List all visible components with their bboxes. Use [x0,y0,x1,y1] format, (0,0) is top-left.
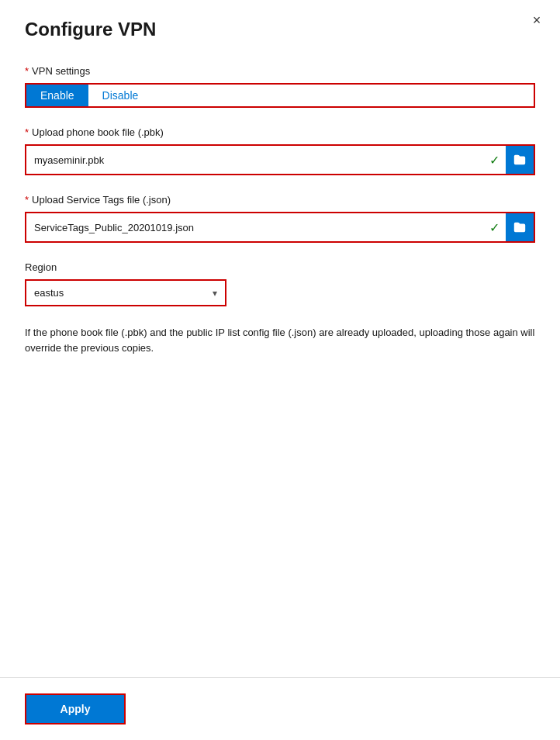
region-group: Region eastus westus eastus2 westus2 cen… [25,261,535,306]
region-select[interactable]: eastus westus eastus2 westus2 centralus … [26,281,225,305]
dialog-footer: Apply [0,677,560,740]
dialog-content: * VPN settings Enable Disable * Upload p… [0,53,560,677]
phone-book-group: * Upload phone book file (.pbk) ✓ [25,126,535,175]
phone-book-required: * [25,126,29,138]
dialog-title: Configure VPN [25,19,535,40]
vpn-settings-label: * VPN settings [25,65,535,77]
service-tags-browse-button[interactable] [506,213,534,241]
disable-button[interactable]: Disable [88,85,153,106]
service-tags-group: * Upload Service Tags file (.json) ✓ [25,194,535,243]
phone-book-check: ✓ [483,153,506,168]
vpn-settings-label-text: VPN settings [32,65,90,77]
enable-button[interactable]: Enable [26,85,88,106]
configure-vpn-dialog: × Configure VPN * VPN settings Enable Di… [0,0,560,740]
phone-book-label: * Upload phone book file (.pbk) [25,126,535,138]
folder-icon [513,153,527,167]
service-tags-input-row: ✓ [25,212,535,243]
service-tags-input[interactable] [26,216,483,240]
phone-book-label-text: Upload phone book file (.pbk) [32,126,164,138]
info-text: If the phone book file (.pbk) and the pu… [25,325,535,355]
vpn-settings-required: * [25,65,29,77]
folder-icon [513,220,527,234]
region-label-text: Region [25,261,57,273]
service-tags-label: * Upload Service Tags file (.json) [25,194,535,206]
vpn-settings-group: * VPN settings Enable Disable [25,65,535,108]
region-select-wrapper: eastus westus eastus2 westus2 centralus … [25,279,226,306]
close-button[interactable]: × [526,9,548,31]
vpn-toggle-group: Enable Disable [25,83,535,108]
region-label: Region [25,261,535,273]
dialog-header: Configure VPN [0,0,560,53]
service-tags-check: ✓ [483,220,506,235]
phone-book-input-row: ✓ [25,144,535,175]
service-tags-required: * [25,194,29,206]
phone-book-browse-button[interactable] [506,146,534,174]
service-tags-label-text: Upload Service Tags file (.json) [32,194,171,206]
phone-book-input[interactable] [26,148,483,172]
apply-button[interactable]: Apply [25,693,126,724]
